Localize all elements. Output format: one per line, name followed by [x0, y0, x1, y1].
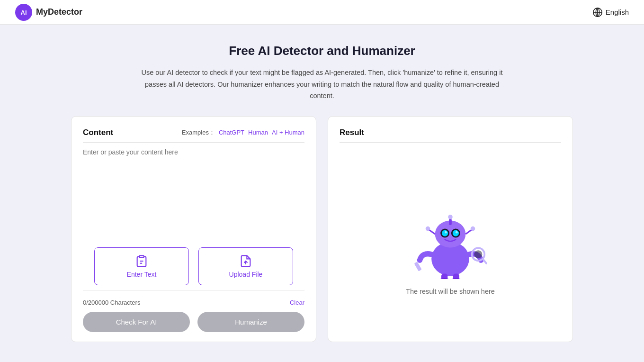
- svg-point-15: [426, 226, 430, 231]
- content-textarea[interactable]: [83, 147, 304, 240]
- page-title: Free AI Detector and Humanizer: [71, 44, 573, 58]
- enter-text-button[interactable]: Enter Text: [94, 247, 189, 285]
- clear-button[interactable]: Clear: [290, 299, 304, 306]
- robot-illustration: [408, 189, 493, 279]
- upload-buttons-area: Enter Text Upload File: [83, 247, 304, 285]
- upload-file-label: Upload File: [229, 271, 263, 278]
- language-selector[interactable]: English: [592, 7, 629, 18]
- svg-line-16: [465, 229, 472, 234]
- svg-point-22: [445, 231, 447, 234]
- content-panel: Content Examples： ChatGPT Human AI + Hum…: [71, 116, 316, 342]
- result-heading: Result: [340, 128, 561, 137]
- svg-point-13: [448, 215, 453, 219]
- svg-point-23: [456, 231, 458, 234]
- svg-rect-6: [139, 255, 143, 258]
- logo-text: MyDetector: [36, 7, 82, 17]
- result-divider: [340, 142, 561, 143]
- examples-prefix: Examples：: [182, 128, 215, 137]
- svg-point-20: [442, 230, 448, 236]
- check-ai-button[interactable]: Check For AI: [83, 312, 190, 332]
- action-buttons: Check For AI Humanize: [83, 312, 304, 332]
- globe-icon: [592, 7, 603, 18]
- svg-point-21: [453, 230, 459, 236]
- humanize-button[interactable]: Humanize: [197, 312, 304, 332]
- logo-icon: AI: [15, 4, 32, 21]
- svg-point-17: [471, 226, 475, 231]
- svg-point-25: [474, 250, 482, 258]
- char-row: 0/200000 Characters Clear: [83, 299, 304, 306]
- char-count: 0/200000 Characters: [83, 299, 140, 306]
- result-content-area: The result will be shown here: [340, 152, 561, 332]
- enter-text-label: Enter Text: [127, 271, 157, 278]
- upload-file-button[interactable]: Upload File: [198, 247, 293, 285]
- result-panel: Result: [328, 116, 573, 342]
- clipboard-icon: [135, 254, 148, 268]
- svg-rect-12: [449, 219, 452, 225]
- example-ai-human[interactable]: AI + Human: [272, 129, 304, 136]
- page-description: Use our AI detector to check if your tex…: [137, 67, 507, 102]
- svg-text:AI: AI: [21, 9, 27, 16]
- svg-rect-27: [414, 262, 422, 271]
- examples-area: Examples： ChatGPT Human AI + Human: [182, 128, 304, 137]
- top-divider: [83, 142, 304, 143]
- result-placeholder-text: The result will be shown here: [406, 288, 495, 295]
- example-chatgpt[interactable]: ChatGPT: [219, 129, 244, 136]
- bottom-divider: [83, 290, 304, 290]
- svg-point-30: [439, 278, 450, 279]
- language-label: English: [606, 8, 629, 16]
- svg-line-14: [429, 229, 435, 234]
- upload-icon: [239, 254, 252, 268]
- content-heading: Content: [83, 128, 113, 137]
- logo[interactable]: AI MyDetector: [15, 4, 82, 21]
- example-human[interactable]: Human: [248, 129, 268, 136]
- svg-point-31: [451, 278, 462, 279]
